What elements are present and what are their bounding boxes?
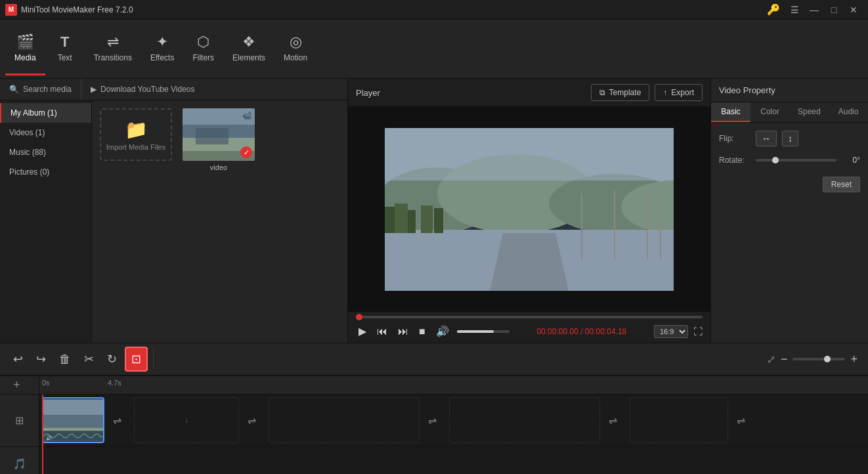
sidebar-item-pictures[interactable]: Pictures (0) bbox=[0, 162, 91, 182]
track-placeholder-1[interactable]: ↓ bbox=[134, 397, 239, 443]
minimize-button[interactable]: — bbox=[805, 3, 823, 17]
fullscreen-button[interactable]: ⛶ bbox=[693, 326, 703, 337]
svg-rect-5 bbox=[196, 128, 228, 144]
window-controls[interactable]: ☰ — □ ✕ bbox=[785, 3, 863, 17]
playhead[interactable] bbox=[42, 395, 43, 474]
tab-color[interactable]: Color bbox=[750, 102, 790, 122]
svg-rect-13 bbox=[385, 207, 395, 233]
effects-label: Effects bbox=[150, 53, 174, 62]
crop-button[interactable]: ⊡ bbox=[125, 347, 148, 372]
track-transition-3[interactable]: ⇌ bbox=[420, 397, 444, 443]
video-frame bbox=[385, 128, 674, 291]
track-transition-5[interactable]: ⇌ bbox=[729, 397, 752, 443]
effects-icon: ✦ bbox=[156, 33, 168, 51]
progress-bar[interactable] bbox=[356, 316, 703, 318]
next-frame-button[interactable]: ⏭ bbox=[395, 324, 411, 339]
zoom-in-button[interactable]: + bbox=[848, 350, 860, 369]
template-button[interactable]: ⧉ Template bbox=[591, 84, 650, 101]
track-transition-4[interactable]: ⇌ bbox=[601, 397, 624, 443]
video-preview-large bbox=[385, 128, 674, 291]
rotate-label: Rotate: bbox=[719, 156, 750, 165]
template-icon: ⧉ bbox=[599, 88, 605, 97]
toolbar-filters[interactable]: ⬡ Filters bbox=[183, 23, 223, 75]
toolbar-effects[interactable]: ✦ Effects bbox=[141, 23, 183, 75]
close-button[interactable]: ✕ bbox=[844, 3, 863, 17]
import-media-button[interactable]: 📁 Import Media Files bbox=[100, 108, 172, 161]
search-media-btn[interactable]: 🔍 Search media bbox=[0, 79, 81, 100]
filters-label: Filters bbox=[192, 53, 214, 62]
volume-button[interactable]: 🔊 bbox=[433, 324, 452, 339]
menu-button[interactable]: ☰ bbox=[785, 3, 804, 17]
flip-horizontal-button[interactable]: ↔ bbox=[756, 131, 777, 146]
toolbar-media[interactable]: 🎬 Media bbox=[5, 23, 45, 75]
tab-audio[interactable]: Audio bbox=[829, 102, 868, 122]
controls-row: ▶ ⏮ ⏭ ■ 🔊 00:00:00.00 / 00:00:04.18 16:9… bbox=[356, 324, 703, 339]
top-toolbar: 🎬 Media T Text ⇌ Transitions ✦ Effects ⬡… bbox=[0, 20, 868, 79]
app-icon: M bbox=[5, 4, 17, 16]
media-thumbnail-video[interactable]: 📹 ✓ video bbox=[183, 108, 255, 171]
rotate-slider[interactable] bbox=[756, 159, 836, 162]
zoom-slider[interactable] bbox=[792, 358, 845, 360]
prev-frame-button[interactable]: ⏮ bbox=[374, 324, 390, 339]
toolbar-separator bbox=[153, 349, 154, 369]
camera-icon: 📹 bbox=[242, 111, 252, 120]
sidebar-item-videos[interactable]: Videos (1) bbox=[0, 123, 91, 142]
download-youtube-btn[interactable]: ▶ Download YouTube Videos bbox=[81, 79, 204, 100]
svg-text:🔊: 🔊 bbox=[46, 435, 53, 441]
reset-button[interactable]: Reset bbox=[823, 177, 860, 192]
cut-button[interactable]: ✂ bbox=[79, 348, 99, 370]
tab-basic[interactable]: Basic bbox=[711, 102, 750, 122]
play-button[interactable]: ▶ bbox=[356, 324, 369, 339]
sidebar: My Album (1) Videos (1) Music (88) Pictu… bbox=[0, 100, 92, 343]
stop-button[interactable]: ■ bbox=[416, 324, 428, 339]
audio-track-row bbox=[39, 447, 868, 474]
right-panel: Video Property Basic Color Speed Audio F… bbox=[710, 79, 868, 343]
maximize-button[interactable]: □ bbox=[825, 3, 843, 17]
video-track-label[interactable]: ⊞ bbox=[0, 395, 39, 447]
flip-vertical-button[interactable]: ↕ bbox=[782, 131, 798, 146]
property-tabs: Basic Color Speed Audio bbox=[711, 102, 868, 123]
export-button[interactable]: ↑ Export bbox=[655, 84, 703, 101]
timeline-ruler: 0s 4.7s bbox=[39, 376, 868, 395]
sidebar-item-music[interactable]: Music (88) bbox=[0, 142, 91, 162]
redo-button[interactable]: ↪ bbox=[31, 348, 51, 370]
motion-label: Motion bbox=[284, 53, 307, 62]
track-transition-1[interactable]: ⇌ bbox=[105, 397, 129, 443]
track-placeholder-4[interactable] bbox=[630, 397, 728, 443]
toolbar-elements[interactable]: ❖ Elements bbox=[223, 23, 274, 75]
svg-rect-25 bbox=[43, 399, 103, 415]
flip-row: Flip: ↔ ↕ bbox=[719, 131, 860, 146]
delete-button[interactable]: 🗑 bbox=[54, 349, 76, 370]
key-icon: 🔑 bbox=[767, 3, 780, 16]
filters-icon: ⬡ bbox=[197, 33, 209, 51]
volume-slider[interactable] bbox=[457, 330, 510, 333]
video-area bbox=[348, 107, 710, 311]
selected-check: ✓ bbox=[240, 146, 252, 158]
text-icon: T bbox=[60, 33, 69, 51]
audio-track-label[interactable]: 🎵 bbox=[0, 447, 39, 474]
track-placeholder-2[interactable] bbox=[269, 397, 420, 443]
video-label: video bbox=[210, 163, 227, 171]
search-icon: 🔍 bbox=[9, 85, 19, 94]
zoom-out-button[interactable]: − bbox=[778, 350, 791, 369]
tab-speed[interactable]: Speed bbox=[790, 102, 829, 122]
sidebar-item-my-album[interactable]: My Album (1) bbox=[0, 103, 91, 123]
video-clip[interactable]: 🔊 bbox=[42, 397, 104, 443]
track-placeholder-3[interactable] bbox=[449, 397, 600, 443]
transitions-icon: ⇌ bbox=[107, 33, 119, 51]
toolbar-text[interactable]: T Text bbox=[45, 23, 85, 75]
placeholder-download-icon: ↓ bbox=[184, 416, 188, 425]
fit-icon: ⤢ bbox=[767, 353, 775, 366]
add-track-button[interactable]: + bbox=[13, 378, 20, 392]
search-label: Search media bbox=[23, 85, 72, 94]
timeline-body: ⊞ 🎵 bbox=[0, 395, 868, 474]
audio-rotate-button[interactable]: ↻ bbox=[102, 348, 122, 370]
undo-button[interactable]: ↩ bbox=[8, 348, 28, 370]
aspect-ratio-select[interactable]: 16:9 9:16 1:1 4:3 bbox=[654, 325, 688, 338]
toolbar-transitions[interactable]: ⇌ Transitions bbox=[85, 23, 141, 75]
toolbar-motion[interactable]: ◎ Motion bbox=[274, 23, 316, 75]
timeline: + 0s 4.7s ⊞ 🎵 bbox=[0, 376, 868, 474]
rotate-value: 0° bbox=[842, 156, 860, 165]
time-total: 00:00:04.18 bbox=[585, 327, 626, 336]
track-transition-2[interactable]: ⇌ bbox=[240, 397, 263, 443]
